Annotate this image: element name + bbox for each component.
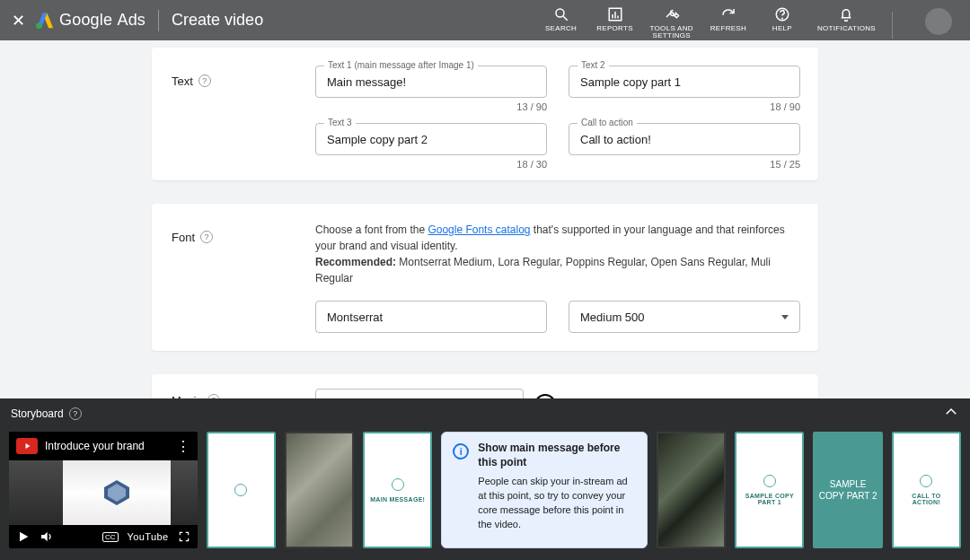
wrench-icon xyxy=(664,6,680,22)
svg-line-4 xyxy=(563,16,568,21)
storyboard-frame-image-1[interactable] xyxy=(285,432,354,548)
fullscreen-icon[interactable] xyxy=(178,530,190,543)
play-icon[interactable] xyxy=(16,529,31,544)
brand-logo: Google Ads xyxy=(36,11,146,30)
text-section-label: Text xyxy=(172,74,193,88)
font-weight-select[interactable]: Medium 500 xyxy=(569,301,800,333)
text1-counter: 13 / 90 xyxy=(315,101,547,112)
text2-input[interactable] xyxy=(569,66,800,98)
music-track-select[interactable]: Good Morning! xyxy=(315,389,524,398)
storyboard-frame-image-2[interactable] xyxy=(657,432,726,548)
text2-label: Text 2 xyxy=(578,60,609,70)
storyboard-frame-cta[interactable]: CALL TO ACTION! xyxy=(892,432,961,548)
logo-placeholder-icon xyxy=(392,478,404,491)
text3-label: Text 3 xyxy=(324,118,356,127)
help-icon[interactable]: ? xyxy=(198,74,211,87)
help-icon[interactable]: ? xyxy=(69,407,82,420)
brand-text: Google Ads xyxy=(59,11,146,30)
divider xyxy=(158,10,159,31)
nav-notifications[interactable]: NOTIFICATIONS xyxy=(817,6,876,32)
main-content: Text ? Text 1 (main message after Image … xyxy=(0,40,970,398)
app-topbar: ✕ Google Ads Create video SEARCH REPORTS… xyxy=(0,0,970,40)
storyboard-info-card: i Show main message before this point Pe… xyxy=(441,432,648,548)
font-card: Font ? Choose a font from the Google Fon… xyxy=(152,204,818,351)
video-menu-button[interactable]: ⋮ xyxy=(176,438,190,455)
help-icon[interactable]: ? xyxy=(200,231,213,243)
volume-icon[interactable] xyxy=(40,529,54,544)
info-icon: i xyxy=(453,443,469,459)
reports-icon xyxy=(607,6,623,22)
video-title: Introduce your brand xyxy=(45,440,169,452)
brand-mark-icon xyxy=(99,475,135,511)
logo-placeholder-icon xyxy=(234,484,247,496)
nav-reports[interactable]: REPORTS xyxy=(596,6,634,32)
storyboard-panel: Storyboard ? Introduce your brand ⋮ xyxy=(0,398,970,560)
close-button[interactable]: ✕ xyxy=(0,11,36,31)
storyboard-frame-main-message[interactable]: MAIN MESSAGE! xyxy=(363,432,432,548)
refresh-icon xyxy=(720,6,736,22)
music-card: Music ? Good Morning! xyxy=(152,374,818,398)
font-family-input[interactable] xyxy=(315,301,547,333)
account-avatar[interactable] xyxy=(925,8,952,35)
logo-placeholder-icon xyxy=(920,475,932,487)
search-icon xyxy=(553,6,569,22)
svg-marker-11 xyxy=(26,443,31,449)
font-description: Choose a font from the Google Fonts cata… xyxy=(315,222,800,286)
nav-tools[interactable]: TOOLS AND SETTINGS xyxy=(650,6,693,39)
divider xyxy=(892,12,893,39)
google-ads-icon xyxy=(36,12,54,30)
storyboard-frame-copy-2[interactable]: SAMPLE COPY PART 2 xyxy=(813,432,882,548)
storyboard-frame-logo[interactable] xyxy=(207,432,276,548)
nav-search[interactable]: SEARCH xyxy=(542,6,580,32)
svg-marker-15 xyxy=(41,532,48,542)
text1-input[interactable] xyxy=(315,66,547,98)
svg-marker-14 xyxy=(20,532,28,542)
collapse-button[interactable] xyxy=(943,404,959,423)
svg-point-2 xyxy=(36,22,42,29)
cta-input[interactable] xyxy=(569,123,800,155)
cta-label: Call to action xyxy=(578,118,637,127)
text1-label: Text 1 (main message after Image 1) xyxy=(324,60,478,70)
cta-counter: 15 / 25 xyxy=(569,159,800,170)
nav-refresh[interactable]: REFRESH xyxy=(710,6,747,32)
bell-icon xyxy=(838,6,854,22)
nav-help[interactable]: HELP xyxy=(763,6,801,32)
youtube-badge-icon xyxy=(16,438,38,454)
font-weight-value: Medium 500 xyxy=(580,311,645,324)
top-nav: SEARCH REPORTS TOOLS AND SETTINGS REFRES… xyxy=(542,1,970,39)
text-card: Text ? Text 1 (main message after Image … xyxy=(152,48,818,180)
info-title: Show main message before this point xyxy=(478,442,636,469)
text3-counter: 18 / 30 xyxy=(315,159,547,170)
logo-placeholder-icon xyxy=(763,475,776,487)
storyboard-frame-copy-1[interactable]: SAMPLE COPY PART 1 xyxy=(735,432,804,548)
storyboard-title: Storyboard xyxy=(11,407,64,420)
chevron-up-icon xyxy=(943,404,959,420)
chevron-down-icon xyxy=(781,315,789,319)
font-section-label: Font xyxy=(172,231,195,244)
text2-counter: 18 / 90 xyxy=(569,101,800,112)
svg-point-10 xyxy=(782,18,783,19)
page-title: Create video xyxy=(172,11,263,30)
cc-icon[interactable]: CC xyxy=(102,532,119,542)
youtube-label[interactable]: YouTube xyxy=(128,531,169,542)
text3-input[interactable] xyxy=(315,123,547,155)
video-preview[interactable]: Introduce your brand ⋮ CC YouTube xyxy=(9,432,198,548)
help-icon xyxy=(774,6,790,22)
google-fonts-link[interactable]: Google Fonts catalog xyxy=(428,223,530,236)
svg-point-3 xyxy=(556,9,564,17)
info-body: People can skip your in-stream ad at thi… xyxy=(478,475,636,532)
